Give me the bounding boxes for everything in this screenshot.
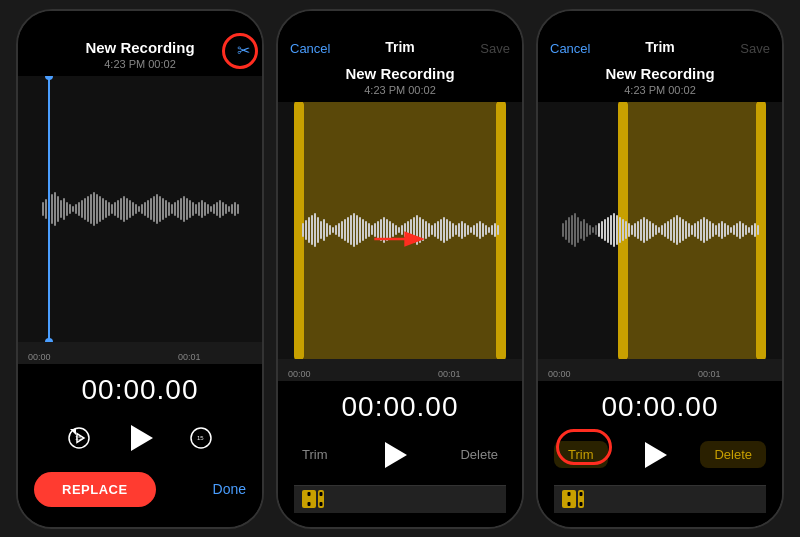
svg-rect-197 bbox=[742, 223, 744, 237]
svg-rect-87 bbox=[356, 215, 358, 245]
svg-rect-81 bbox=[338, 223, 340, 237]
svg-rect-201 bbox=[754, 223, 756, 237]
delete-btn-3[interactable]: Delete bbox=[700, 441, 766, 468]
save-btn-3[interactable]: Save bbox=[740, 41, 770, 56]
svg-rect-83 bbox=[344, 219, 346, 241]
svg-rect-85 bbox=[350, 215, 352, 245]
replace-btn-1[interactable]: REPLACE bbox=[34, 472, 156, 507]
svg-rect-196 bbox=[739, 221, 741, 239]
svg-rect-16 bbox=[90, 194, 92, 224]
svg-rect-178 bbox=[685, 221, 687, 239]
svg-rect-84 bbox=[347, 217, 349, 243]
trim-delete-row-3: Trim Delete bbox=[554, 433, 766, 477]
svg-rect-116 bbox=[443, 217, 445, 243]
trim-icon-btn-1[interactable]: ✂ bbox=[237, 41, 250, 60]
svg-rect-195 bbox=[736, 223, 738, 237]
trim-btn-2[interactable]: Trim bbox=[294, 441, 336, 468]
svg-rect-179 bbox=[688, 223, 690, 237]
play-btn-1[interactable] bbox=[118, 416, 162, 460]
svg-rect-122 bbox=[461, 221, 463, 239]
recording-title-3: New Recording bbox=[538, 65, 782, 82]
svg-rect-172 bbox=[667, 221, 669, 239]
svg-rect-36 bbox=[150, 198, 152, 220]
svg-rect-154 bbox=[613, 213, 615, 247]
svg-rect-8 bbox=[66, 202, 68, 216]
svg-text:15: 15 bbox=[75, 435, 82, 441]
svg-rect-185 bbox=[706, 219, 708, 241]
svg-rect-4 bbox=[54, 192, 56, 226]
svg-rect-149 bbox=[598, 223, 600, 237]
svg-rect-41 bbox=[165, 200, 167, 218]
svg-rect-70 bbox=[305, 220, 307, 240]
notch-2 bbox=[360, 11, 440, 31]
svg-rect-187 bbox=[712, 223, 714, 237]
recording-info-2: New Recording 4:23 PM 00:02 bbox=[278, 61, 522, 102]
svg-rect-39 bbox=[159, 196, 161, 222]
skip-forward-btn-1[interactable]: 15 bbox=[186, 423, 216, 453]
skip-back-btn-1[interactable]: 15 bbox=[64, 423, 94, 453]
svg-rect-168 bbox=[655, 225, 657, 235]
svg-rect-31 bbox=[135, 204, 137, 214]
timeline-ruler-1: 00:00 00:01 bbox=[18, 342, 262, 364]
svg-rect-114 bbox=[437, 221, 439, 239]
playhead-1[interactable] bbox=[48, 76, 50, 342]
svg-rect-159 bbox=[628, 223, 630, 237]
svg-rect-44 bbox=[174, 202, 176, 216]
cancel-btn-2[interactable]: Cancel bbox=[290, 41, 330, 56]
svg-rect-165 bbox=[646, 219, 648, 241]
svg-rect-181 bbox=[694, 223, 696, 237]
svg-rect-151 bbox=[604, 219, 606, 241]
svg-rect-138 bbox=[565, 220, 567, 240]
play-btn-3[interactable] bbox=[632, 433, 676, 477]
svg-rect-60 bbox=[222, 202, 224, 216]
svg-rect-6 bbox=[60, 200, 62, 218]
waveform-area-3: 00:00 00:01 bbox=[538, 102, 782, 381]
svg-rect-58 bbox=[216, 202, 218, 216]
svg-rect-63 bbox=[231, 204, 233, 214]
svg-rect-57 bbox=[213, 204, 215, 214]
svg-rect-71 bbox=[308, 217, 310, 243]
save-btn-2[interactable]: Save bbox=[480, 41, 510, 56]
svg-rect-15 bbox=[87, 196, 89, 222]
cancel-btn-3[interactable]: Cancel bbox=[550, 41, 590, 56]
ruler-start-1: 00:00 bbox=[28, 352, 51, 362]
phone-frame-2: Cancel Trim Save New Recording 4:23 PM 0… bbox=[276, 9, 524, 529]
svg-rect-45 bbox=[177, 200, 179, 218]
svg-rect-125 bbox=[470, 227, 472, 233]
trim-btn-3[interactable]: Trim bbox=[554, 441, 608, 468]
svg-rect-189 bbox=[718, 223, 720, 237]
svg-rect-43 bbox=[171, 204, 173, 214]
ruler-start-2: 00:00 bbox=[288, 369, 311, 379]
waveform-svg-1 bbox=[40, 174, 240, 244]
controls-area-3: 00:00.00 Trim Delete bbox=[538, 381, 782, 527]
time-display-3: 00:00.00 bbox=[554, 391, 766, 423]
time-display-2: 00:00.00 bbox=[294, 391, 506, 423]
svg-rect-194 bbox=[733, 225, 735, 235]
svg-rect-13 bbox=[81, 200, 83, 218]
svg-rect-161 bbox=[634, 223, 636, 237]
svg-rect-117 bbox=[446, 219, 448, 241]
svg-rect-82 bbox=[341, 221, 343, 239]
svg-rect-75 bbox=[320, 221, 322, 239]
svg-rect-90 bbox=[365, 221, 367, 239]
waveform-wrapper-3 bbox=[538, 102, 782, 359]
svg-rect-65 bbox=[237, 204, 239, 214]
ruler-ticks-1: 00:00 00:01 bbox=[18, 342, 262, 364]
svg-rect-40 bbox=[162, 198, 164, 220]
delete-btn-2[interactable]: Delete bbox=[452, 441, 506, 468]
waveform-area-2: 00:00 00:01 bbox=[278, 102, 522, 381]
ruler-end-3: 00:01 bbox=[698, 369, 721, 379]
recording-subtitle-3: 4:23 PM 00:02 bbox=[538, 84, 782, 96]
play-btn-2[interactable] bbox=[372, 433, 416, 477]
ruler-end-2: 00:01 bbox=[438, 369, 461, 379]
controls-area-1: 00:00.00 15 15 REPLAC bbox=[18, 364, 262, 527]
filmstrip-bar-3 bbox=[554, 485, 766, 513]
svg-rect-89 bbox=[362, 219, 364, 241]
svg-rect-19 bbox=[99, 196, 101, 222]
done-btn-1[interactable]: Done bbox=[213, 481, 246, 497]
controls-area-2: 00:00.00 Trim Delete bbox=[278, 381, 522, 527]
svg-rect-11 bbox=[75, 204, 77, 214]
svg-rect-32 bbox=[138, 206, 140, 212]
svg-rect-38 bbox=[156, 194, 158, 224]
recording-title-2: New Recording bbox=[278, 65, 522, 82]
